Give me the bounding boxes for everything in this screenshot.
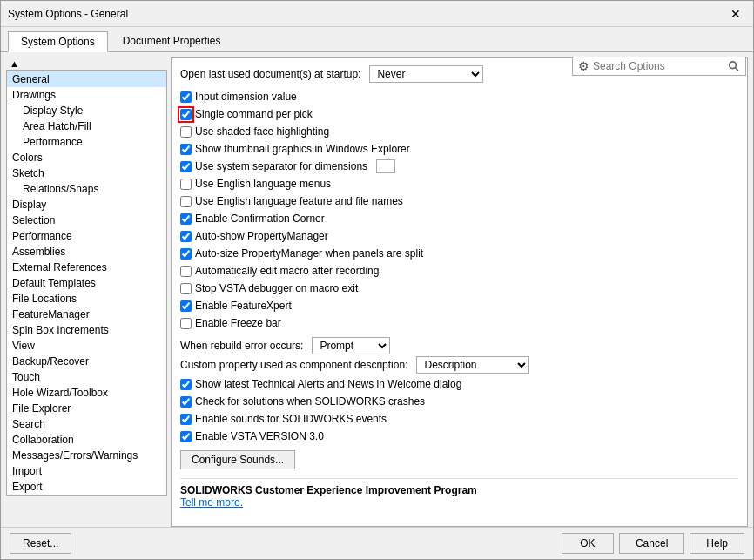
sidebar-item-performance[interactable]: Performance <box>7 228 166 244</box>
checkbox-english-menus[interactable] <box>180 179 192 190</box>
checkbox-confirm-corner[interactable] <box>180 213 192 225</box>
search-icon <box>728 60 740 72</box>
help-button[interactable]: Help <box>690 533 744 554</box>
sidebar-item-relations-snaps[interactable]: Relations/Snaps <box>7 181 166 197</box>
sidebar-header: ▲ <box>6 57 167 71</box>
checkbox-enable-fx[interactable] <box>180 300 192 312</box>
checkbox2-tech-alerts[interactable] <box>180 379 192 390</box>
program-title: SOLIDWORKS Customer Experience Improveme… <box>180 484 738 496</box>
search-input[interactable] <box>593 60 728 72</box>
checkbox2-label-enable-vsta[interactable]: Enable VSTA VERSION 3.0 <box>180 430 324 442</box>
checkbox-label-auto-show-pm[interactable]: Auto-show PropertyManager <box>180 230 328 242</box>
sidebar-item-featuremanager[interactable]: FeatureManager <box>7 307 166 322</box>
checkbox2-enable-vsta[interactable] <box>180 431 192 442</box>
sidebar-item-view[interactable]: View <box>7 338 166 354</box>
checkbox-auto-show-pm[interactable] <box>180 231 192 242</box>
gear-icon: ⚙ <box>578 59 589 73</box>
checkbox2-label-check-solutions[interactable]: Check for solutions when SOLIDWORKS cras… <box>180 395 425 408</box>
configure-sounds-button[interactable]: Configure Sounds... <box>180 450 295 469</box>
checkbox-label-auto-size-pm[interactable]: Auto-size PropertyManager when panels ar… <box>180 247 423 260</box>
checkbox-label-sys-separator[interactable]: Use system separator for dimensions <box>180 160 367 172</box>
checkbox-auto-edit-macro[interactable] <box>180 266 192 277</box>
sidebar-item-export[interactable]: Export <box>7 479 166 495</box>
sidebar-item-drawings[interactable]: Drawings <box>7 87 166 103</box>
checkbox-label-stop-vsta[interactable]: Stop VSTA debugger on macro exit <box>180 282 358 294</box>
checkbox2-enable-sounds[interactable] <box>180 414 192 425</box>
checkbox-row-sys-separator: Use system separator for dimensions <box>180 158 738 175</box>
rebuild-dropdown[interactable]: Prompt Stop Continue <box>312 337 390 354</box>
sidebar: ▲ GeneralDrawingsDisplay StyleArea Hatch… <box>6 57 167 527</box>
checkbox-label-english-menus[interactable]: Use English language menus <box>180 178 331 190</box>
checkbox2-check-solutions[interactable] <box>180 396 192 408</box>
checkbox-label-input-dim[interactable]: Input dimension value <box>180 91 297 103</box>
checkbox-group2: Show latest Technical Alerts and News in… <box>180 375 738 445</box>
custom-prop-row: Custom property used as component descri… <box>180 356 738 374</box>
checkbox-freeze-bar[interactable] <box>180 318 192 329</box>
open-last-dropdown[interactable]: Never All Most recently used <box>369 65 483 83</box>
checkbox-label-enable-fx[interactable]: Enable FeatureXpert <box>180 300 292 312</box>
checkbox-label-thumbnail[interactable]: Show thumbnail graphics in Windows Explo… <box>180 143 410 155</box>
checkbox-input-dim[interactable] <box>180 91 192 103</box>
checkbox-label-single-command[interactable]: Single command per pick <box>180 108 313 120</box>
checkbox-row-confirm-corner: Enable Confirmation Corner <box>180 210 738 227</box>
sidebar-item-spin-box-increments[interactable]: Spin Box Increments <box>7 322 166 338</box>
sidebar-scroll-up[interactable]: ▲ <box>8 58 21 69</box>
close-button[interactable]: ✕ <box>725 5 746 23</box>
checkbox-label-auto-edit-macro[interactable]: Automatically edit macro after recording <box>180 265 379 277</box>
checkbox-sys-separator[interactable] <box>180 161 192 172</box>
checkbox-label-confirm-corner[interactable]: Enable Confirmation Corner <box>180 213 325 225</box>
tab-document-properties[interactable]: Document Properties <box>110 30 234 51</box>
rebuild-row: When rebuild error occurs: Prompt Stop C… <box>180 337 738 354</box>
checkbox-shaded-face[interactable] <box>180 126 192 138</box>
checkbox2-label-tech-alerts[interactable]: Show latest Technical Alerts and News in… <box>180 378 461 390</box>
checkbox-row-shaded-face: Use shaded face highlighting <box>180 123 738 140</box>
custom-prop-label: Custom property used as component descri… <box>180 359 407 371</box>
sidebar-item-messages-errors[interactable]: Messages/Errors/Warnings <box>7 448 166 463</box>
checkbox-label-english-feature[interactable]: Use English language feature and file na… <box>180 195 403 207</box>
checkbox-row-enable-fx: Enable FeatureXpert <box>180 297 738 314</box>
checkbox-row-auto-show-pm: Auto-show PropertyManager <box>180 227 738 245</box>
checkbox-row-freeze-bar: Enable Freeze bar <box>180 314 738 332</box>
sidebar-list: GeneralDrawingsDisplay StyleArea Hatch/F… <box>6 71 167 496</box>
sidebar-item-default-templates[interactable]: Default Templates <box>7 275 166 291</box>
checkbox-single-command[interactable] <box>180 109 192 120</box>
tab-system-options[interactable]: System Options <box>8 31 108 52</box>
checkbox-row-auto-size-pm: Auto-size PropertyManager when panels ar… <box>180 245 738 262</box>
custom-prop-dropdown[interactable]: Description PartNumber Title <box>416 356 529 374</box>
sidebar-item-performance-drawings[interactable]: Performance <box>7 134 166 150</box>
sidebar-item-collaboration[interactable]: Collaboration <box>7 432 166 448</box>
sidebar-item-file-locations[interactable]: File Locations <box>7 291 166 307</box>
checkbox-stop-vsta[interactable] <box>180 283 192 294</box>
tell-more-link[interactable]: Tell me more. <box>180 496 243 509</box>
sidebar-item-sketch[interactable]: Sketch <box>7 165 166 181</box>
sidebar-item-general[interactable]: General <box>7 71 166 87</box>
sidebar-item-display-style[interactable]: Display Style <box>7 103 166 118</box>
sidebar-item-hole-wizard-toolbox[interactable]: Hole Wizard/Toolbox <box>7 385 166 401</box>
sidebar-item-assemblies[interactable]: Assemblies <box>7 244 166 260</box>
svg-point-0 <box>730 62 737 69</box>
configure-sounds-row: Configure Sounds... <box>180 447 738 469</box>
sidebar-item-colors[interactable]: Colors <box>7 150 166 165</box>
ok-button[interactable]: OK <box>562 533 614 554</box>
checkbox-thumbnail[interactable] <box>180 144 192 155</box>
sidebar-item-touch[interactable]: Touch <box>7 369 166 385</box>
sidebar-item-import[interactable]: Import <box>7 463 166 479</box>
checkbox-label-shaded-face[interactable]: Use shaded face highlighting <box>180 125 329 138</box>
sidebar-item-search[interactable]: Search <box>7 416 166 432</box>
sidebar-item-selection[interactable]: Selection <box>7 213 166 228</box>
sidebar-item-display[interactable]: Display <box>7 197 166 213</box>
sidebar-item-file-explorer[interactable]: File Explorer <box>7 401 166 416</box>
cancel-button[interactable]: Cancel <box>619 533 684 554</box>
main-window: System Options - General ✕ System Option… <box>0 0 754 560</box>
checkbox-english-feature[interactable] <box>180 196 192 207</box>
checkbox2-label-enable-sounds[interactable]: Enable sounds for SOLIDWORKS events <box>180 413 387 425</box>
sidebar-item-area-hatch-fill[interactable]: Area Hatch/Fill <box>7 118 166 134</box>
sidebar-item-backup-recover[interactable]: Backup/Recover <box>7 354 166 369</box>
sidebar-item-external-references[interactable]: External References <box>7 260 166 275</box>
checkbox-label-freeze-bar[interactable]: Enable Freeze bar <box>180 317 281 329</box>
checkbox-row-input-dim: Input dimension value <box>180 88 738 105</box>
svg-line-1 <box>736 68 738 71</box>
checkbox2-row-enable-vsta: Enable VSTA VERSION 3.0 <box>180 428 738 445</box>
reset-button[interactable]: Reset... <box>10 533 71 554</box>
checkbox-auto-size-pm[interactable] <box>180 248 192 260</box>
